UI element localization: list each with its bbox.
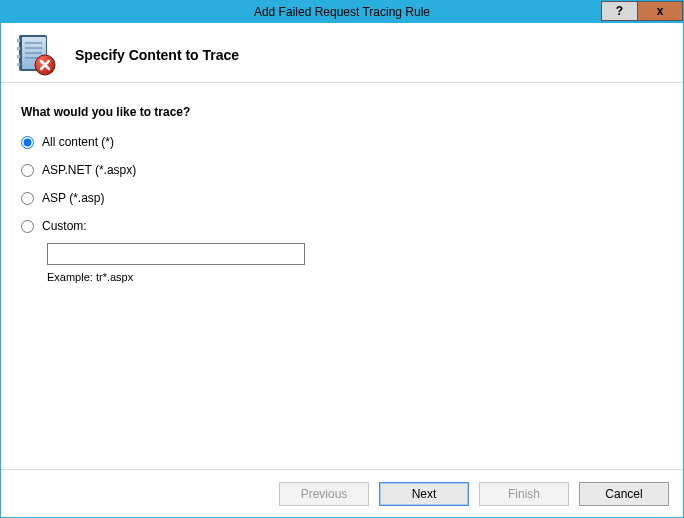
radio-all-content[interactable]: All content (*)	[21, 135, 663, 149]
titlebar: Add Failed Request Tracing Rule ? x	[1, 1, 683, 23]
svg-rect-6	[17, 39, 20, 42]
wizard-content: What would you like to trace? All conten…	[1, 83, 683, 469]
radio-all-content-label: All content (*)	[42, 135, 114, 149]
radio-all-content-input[interactable]	[21, 136, 34, 149]
window-title: Add Failed Request Tracing Rule	[1, 5, 683, 19]
radio-aspnet-label: ASP.NET (*.aspx)	[42, 163, 136, 177]
radio-custom-input[interactable]	[21, 220, 34, 233]
question-label: What would you like to trace?	[21, 105, 663, 119]
radio-custom[interactable]: Custom:	[21, 219, 663, 233]
finish-button[interactable]: Finish	[479, 482, 569, 506]
radio-asp-label: ASP (*.asp)	[42, 191, 104, 205]
radio-asp[interactable]: ASP (*.asp)	[21, 191, 663, 205]
custom-block: Example: tr*.aspx	[47, 243, 663, 283]
radio-asp-input[interactable]	[21, 192, 34, 205]
next-button[interactable]: Next	[379, 482, 469, 506]
svg-rect-9	[17, 63, 20, 66]
help-button[interactable]: ?	[601, 1, 637, 21]
example-label: Example: tr*.aspx	[47, 271, 663, 283]
radio-aspnet-input[interactable]	[21, 164, 34, 177]
svg-rect-7	[17, 47, 20, 50]
wizard-header: Specify Content to Trace	[1, 23, 683, 83]
svg-rect-8	[17, 55, 20, 58]
custom-pattern-input[interactable]	[47, 243, 305, 265]
radio-aspnet[interactable]: ASP.NET (*.aspx)	[21, 163, 663, 177]
notebook-error-icon	[15, 33, 59, 77]
cancel-button[interactable]: Cancel	[579, 482, 669, 506]
close-button[interactable]: x	[637, 1, 683, 21]
titlebar-buttons: ? x	[601, 1, 683, 23]
radio-custom-label: Custom:	[42, 219, 87, 233]
page-title: Specify Content to Trace	[75, 47, 239, 63]
previous-button[interactable]: Previous	[279, 482, 369, 506]
dialog-window: Add Failed Request Tracing Rule ? x	[0, 0, 684, 518]
wizard-footer: Previous Next Finish Cancel	[1, 469, 683, 517]
